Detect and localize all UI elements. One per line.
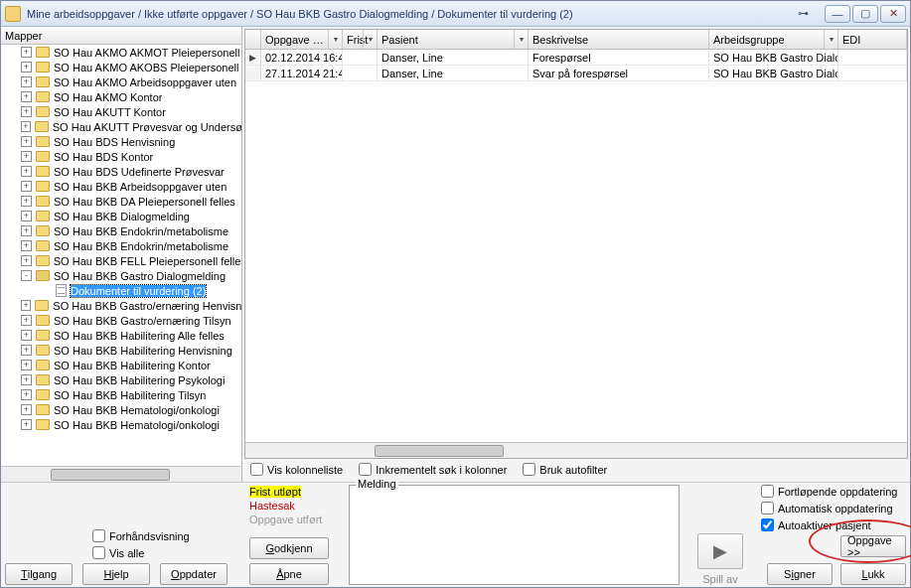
tree-folder-node[interactable]: +SO Hau BKB Habilitering Kontor (1, 358, 241, 372)
grid-body[interactable]: ▶02.12.2014 16:4Danser, LineForespørselS… (245, 50, 907, 442)
tree-toggle[interactable]: + (21, 300, 31, 311)
play-button[interactable]: ▶ (697, 533, 743, 569)
task-grid[interactable]: Oppgave …▾ Frist▾ Pasient▾ Beskrivelse A… (244, 29, 908, 459)
tree-toggle[interactable]: + (21, 121, 31, 132)
tree-toggle[interactable]: + (21, 240, 32, 251)
col-arbeidsgruppe[interactable]: Arbeidsgruppe▾ (709, 30, 838, 49)
folder-icon (36, 330, 50, 341)
tree-toggle[interactable]: + (21, 196, 32, 207)
tree-folder-node[interactable]: +SO Hau BKB Hematologi/onkologi (1, 417, 241, 432)
tree-folder-node[interactable]: +SO Hau AKMO Kontor (1, 89, 241, 104)
tree-folder-node[interactable]: +SO Hau BKB Hematologi/onkologi (1, 402, 241, 417)
tree-folder-node[interactable]: +SO Hau AKUTT Kontor (1, 104, 241, 119)
col-pasient[interactable]: Pasient▾ (378, 30, 529, 49)
tree-doc-node[interactable]: Dokumenter til vurdering (2) (1, 283, 241, 298)
close-button[interactable]: ✕ (880, 5, 906, 23)
tree-toggle[interactable]: + (21, 91, 32, 102)
tree-label: SO Hau AKMO AKMOT Pleiepersonell (54, 47, 240, 59)
tree-toggle[interactable]: + (21, 404, 32, 415)
tree-toggle[interactable]: + (21, 345, 32, 356)
grid-header[interactable]: Oppgave …▾ Frist▾ Pasient▾ Beskrivelse A… (245, 30, 907, 50)
tree-folder-node[interactable]: +SO Hau AKMO AKOBS Pleiepersonell (1, 60, 241, 74)
tree-hscroll[interactable] (1, 466, 241, 482)
tree-folder-node[interactable]: +SO Hau BKB Endokrin/metabolisme (1, 223, 241, 238)
hjelp-button[interactable]: Hjelp (82, 563, 150, 585)
lukk-button[interactable]: Lukk (840, 563, 906, 585)
oppgave-button[interactable]: Oppgave >> (840, 535, 906, 557)
tree-toggle[interactable]: + (21, 330, 32, 341)
chk-automatisk[interactable]: Automatisk oppdatering (761, 502, 906, 514)
tree-folder-node[interactable]: +SO Hau BKB DA Pleiepersonell felles (1, 194, 241, 209)
tree-toggle[interactable]: + (21, 151, 32, 162)
tree-folder-node[interactable]: +SO Hau BKB Arbeidsoppgaver uten (1, 179, 241, 194)
tree-folder-node[interactable]: +SO Hau BKB Habilitering Alle felles (1, 328, 241, 343)
tree-toggle[interactable]: + (21, 419, 32, 430)
tree-folder-node[interactable]: +SO Hau AKMO Arbeidsoppgaver uten (1, 74, 241, 89)
col-frist[interactable]: Frist▾ (343, 30, 378, 49)
tree-label: SO Hau BKB Habilitering Kontor (54, 360, 211, 371)
minimize-button[interactable]: — (825, 5, 850, 23)
legend: Frist utløpt Hastesak Oppgave utført (249, 485, 343, 526)
tree-folder-node[interactable]: +SO Hau BKB Endokrin/metabolisme (1, 238, 241, 253)
tree-toggle[interactable]: + (21, 225, 32, 236)
chevron-down-icon[interactable]: ▾ (824, 30, 837, 49)
tree-label: SO Hau BKB FELL Pleiepersonell felles (54, 255, 241, 267)
col-oppgave[interactable]: Oppgave …▾ (261, 30, 343, 49)
tree-toggle[interactable]: + (21, 211, 32, 221)
grid-hscroll[interactable] (245, 442, 907, 458)
chk-autofilter[interactable]: Bruk autofilter (523, 463, 607, 476)
col-edi[interactable]: EDI (838, 30, 907, 49)
signer-button[interactable]: Signer (767, 563, 833, 585)
tree-toggle[interactable]: + (21, 47, 32, 58)
table-row[interactable]: ▶02.12.2014 16:4Danser, LineForespørselS… (245, 50, 907, 66)
tree-folder-node[interactable]: +SO Hau BKB Habilitering Tilsyn (1, 387, 241, 402)
tree-folder-node[interactable]: +SO Hau BDS Udefinerte Prøvesvar (1, 164, 241, 179)
tree-toggle[interactable]: + (21, 76, 32, 87)
tree-folder-node[interactable]: +SO Hau BKB Gastro/ernæring Tilsyn (1, 313, 241, 328)
tree-toggle[interactable]: + (21, 360, 32, 370)
tree-label: SO Hau BKB Gastro Dialogmelding (54, 270, 226, 282)
tree-folder-node[interactable]: +SO Hau BKB FELL Pleiepersonell felles (1, 253, 241, 268)
chevron-down-icon[interactable]: ▾ (514, 30, 528, 49)
folder-tree[interactable]: +SO Hau AKMO AKMOT Pleiepersonell+SO Hau… (1, 45, 241, 466)
tree-folder-node[interactable]: +SO Hau BKB Gastro/ernæring Henvisning (1, 298, 241, 313)
tree-toggle[interactable]: + (21, 136, 32, 147)
col-beskrivelse[interactable]: Beskrivelse (529, 30, 709, 49)
tree-toggle[interactable]: + (21, 62, 32, 73)
tree-folder-node[interactable]: +SO Hau AKMO AKMOT Pleiepersonell (1, 45, 241, 60)
chevron-down-icon[interactable]: ▾ (328, 30, 342, 49)
chk-autoaktiver[interactable]: Autoaktiver pasjent (761, 518, 906, 531)
tree-toggle[interactable]: + (21, 106, 32, 117)
tree-folder-node[interactable]: +SO Hau BKB Habilitering Psykologi (1, 372, 241, 387)
tree-toggle[interactable]: + (21, 181, 32, 192)
bottom-col-legend: Frist utløpt Hastesak Oppgave utført God… (249, 485, 343, 585)
apne-button[interactable]: Åpne (249, 563, 329, 585)
grid-options: Vis kolonneliste Inkrementelt søk i kolo… (244, 459, 908, 480)
maximize-button[interactable]: ▢ (852, 5, 878, 23)
tilgang-button[interactable]: Tilgang (5, 563, 73, 585)
chk-forhandsvisning[interactable]: Forhåndsvisning (92, 529, 243, 542)
tree-toggle[interactable]: + (21, 255, 32, 266)
chk-visalle[interactable]: Vis alle (92, 546, 243, 559)
tree-toggle[interactable]: + (21, 389, 32, 400)
tree-folder-node[interactable]: +SO Hau BDS Kontor (1, 149, 241, 164)
cell (343, 66, 378, 80)
tree-folder-node[interactable]: +SO Hau BDS Henvisning (1, 134, 241, 149)
table-row[interactable]: 27.11.2014 21:4Danser, LineSvar på fores… (245, 66, 907, 81)
tree-folder-node[interactable]: +SO Hau AKUTT Prøvesvar og Undersøkelser (1, 119, 241, 134)
oppdater-button[interactable]: Oppdater (160, 563, 228, 585)
chevron-down-icon[interactable]: ▾ (363, 30, 377, 49)
chk-inkrementelt[interactable]: Inkrementelt søk i kolonner (359, 463, 507, 476)
chk-fortlopende[interactable]: Fortløpende oppdatering (761, 485, 906, 498)
tree-toggle[interactable]: + (21, 374, 32, 385)
pin-icon[interactable]: ⊶ (791, 6, 815, 22)
tree-folder-node[interactable]: +SO Hau BKB Dialogmelding (1, 209, 241, 223)
tree-toggle[interactable]: - (21, 270, 32, 281)
tree-label: SO Hau BKB Habilitering Alle felles (54, 330, 225, 342)
chk-kolonneliste[interactable]: Vis kolonneliste (250, 463, 343, 476)
tree-toggle[interactable]: + (21, 166, 32, 177)
tree-folder-node[interactable]: +SO Hau BKB Habilitering Henvisning (1, 343, 241, 358)
tree-folder-node[interactable]: -SO Hau BKB Gastro Dialogmelding (1, 268, 241, 283)
godkjenn-button[interactable]: Godkjenn (249, 537, 329, 559)
tree-toggle[interactable]: + (21, 315, 32, 326)
